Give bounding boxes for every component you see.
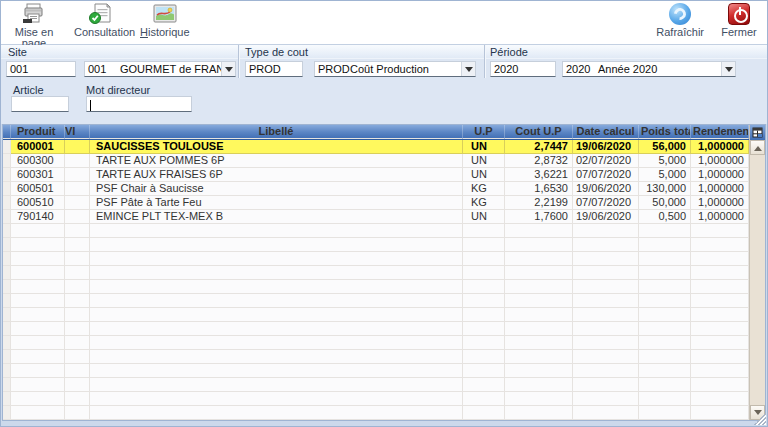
- cell-poids[interactable]: 56,000: [639, 140, 691, 154]
- chevron-down-icon[interactable]: [721, 62, 735, 76]
- cell-rendement[interactable]: 1,000000: [691, 154, 749, 168]
- empty-cell: [90, 392, 463, 406]
- scrollbar-track[interactable]: [750, 140, 765, 420]
- column-header-rendement[interactable]: Rendement: [691, 125, 749, 139]
- table-row[interactable]: 600001SAUCISSES TOULOUSEUN2,744719/06/20…: [3, 140, 749, 154]
- cost-type-code-input[interactable]: PROD: [245, 61, 303, 77]
- column-settings-icon[interactable]: [750, 125, 765, 140]
- cell-rendement[interactable]: 1,000000: [691, 140, 749, 154]
- cell-produit[interactable]: 600510: [11, 196, 65, 210]
- cell-libelle[interactable]: TARTE AUX POMMES 6P: [90, 154, 463, 168]
- article-input[interactable]: [11, 96, 69, 112]
- chevron-down-icon[interactable]: [461, 62, 475, 76]
- cell-vi[interactable]: [65, 182, 90, 196]
- table-row[interactable]: 600301TARTE AUX FRAISES 6PUN3,622107/07/…: [3, 168, 749, 182]
- cell-rendement[interactable]: 1,000000: [691, 196, 749, 210]
- cell-poids[interactable]: 5,000: [639, 154, 691, 168]
- cell-poids[interactable]: 0,500: [639, 210, 691, 224]
- refresh-label: Rafraîchir: [656, 27, 704, 38]
- resize-grip[interactable]: [754, 413, 766, 425]
- column-header-up[interactable]: U.P: [463, 125, 505, 139]
- scroll-up-button[interactable]: [750, 140, 765, 155]
- row-margin-cell[interactable]: [3, 154, 11, 168]
- cell-rendement[interactable]: 1,000000: [691, 168, 749, 182]
- empty-cell: [573, 238, 639, 252]
- cell-date[interactable]: 02/07/2020: [573, 154, 639, 168]
- empty-cell: [639, 266, 691, 280]
- column-header-cout[interactable]: Cout U.P: [505, 125, 573, 139]
- cell-libelle[interactable]: EMINCE PLT TEX-MEX B: [90, 210, 463, 224]
- cell-cout[interactable]: 2,7447: [505, 140, 573, 154]
- period-code-value: 2020: [494, 63, 518, 75]
- history-button[interactable]: Historique: [138, 2, 192, 50]
- table-row[interactable]: 600501PSF Chair à SaucisseKG1,653019/06/…: [3, 182, 749, 196]
- cell-date[interactable]: 19/06/2020: [573, 182, 639, 196]
- cell-cout[interactable]: 2,8732: [505, 154, 573, 168]
- cell-up[interactable]: UN: [463, 210, 505, 224]
- cell-produit[interactable]: 600301: [11, 168, 65, 182]
- period-code-input[interactable]: 2020: [490, 61, 556, 77]
- row-margin-cell[interactable]: [3, 182, 11, 196]
- site-combo[interactable]: 001GOURMET de FRANCE: [84, 61, 236, 77]
- mot-directeur-input[interactable]: [86, 96, 192, 112]
- cell-rendement[interactable]: 1,000000: [691, 210, 749, 224]
- refresh-button[interactable]: Rafraîchir: [654, 2, 706, 39]
- period-combo[interactable]: 2020Année 2020: [562, 61, 736, 77]
- row-margin-cell[interactable]: [3, 210, 11, 224]
- empty-cell: [639, 392, 691, 406]
- cell-vi[interactable]: [65, 140, 90, 154]
- consultation-button[interactable]: Consultation: [72, 2, 128, 50]
- cell-date[interactable]: 19/06/2020: [573, 140, 639, 154]
- cell-cout[interactable]: 1,7600: [505, 210, 573, 224]
- cell-up[interactable]: UN: [463, 154, 505, 168]
- cell-libelle[interactable]: PSF Pâte à Tarte Feu: [90, 196, 463, 210]
- page-setup-button[interactable]: Mise en page: [6, 2, 62, 50]
- vertical-scrollbar[interactable]: [749, 125, 765, 420]
- cell-vi[interactable]: [65, 196, 90, 210]
- cell-rendement[interactable]: 1,000000: [691, 182, 749, 196]
- column-header-vi[interactable]: VI: [65, 125, 90, 139]
- cell-date[interactable]: 07/07/2020: [573, 196, 639, 210]
- cell-up[interactable]: KG: [463, 196, 505, 210]
- cell-produit[interactable]: 600001: [11, 140, 65, 154]
- cell-libelle[interactable]: PSF Chair à Saucisse: [90, 182, 463, 196]
- table-row[interactable]: 600300TARTE AUX POMMES 6PUN2,873202/07/2…: [3, 154, 749, 168]
- cost-type-combo[interactable]: PRODCoût Production: [314, 61, 476, 77]
- row-margin-cell[interactable]: [3, 168, 11, 182]
- cell-libelle[interactable]: TARTE AUX FRAISES 6P: [90, 168, 463, 182]
- cell-date[interactable]: 07/07/2020: [573, 168, 639, 182]
- cell-vi[interactable]: [65, 154, 90, 168]
- filter-band: Site Type de cout Période 001 001GOURMET…: [0, 45, 768, 124]
- row-margin-cell[interactable]: [3, 140, 11, 154]
- cell-produit[interactable]: 600300: [11, 154, 65, 168]
- table-row[interactable]: 790140EMINCE PLT TEX-MEX BUN1,760019/06/…: [3, 210, 749, 224]
- site-code-input[interactable]: 001: [6, 61, 76, 77]
- cell-vi[interactable]: [65, 210, 90, 224]
- chevron-down-icon[interactable]: [221, 62, 235, 76]
- cell-produit[interactable]: 790140: [11, 210, 65, 224]
- column-header-produit[interactable]: Produit: [11, 125, 65, 139]
- close-button[interactable]: Fermer: [716, 2, 762, 39]
- column-header-poids-total[interactable]: Poids total: [639, 125, 691, 139]
- cell-poids[interactable]: 50,000: [639, 196, 691, 210]
- column-header-libelle[interactable]: Libellé: [90, 125, 463, 139]
- cell-cout[interactable]: 2,2199: [505, 196, 573, 210]
- cell-date[interactable]: 19/06/2020: [573, 210, 639, 224]
- cell-poids[interactable]: 130,000: [639, 182, 691, 196]
- site-code-value: 001: [10, 63, 28, 75]
- cell-cout[interactable]: 1,6530: [505, 182, 573, 196]
- cell-libelle[interactable]: SAUCISSES TOULOUSE: [90, 140, 463, 154]
- table-row[interactable]: 600510PSF Pâte à Tarte FeuKG2,219907/07/…: [3, 196, 749, 210]
- cell-vi[interactable]: [65, 168, 90, 182]
- cell-up[interactable]: KG: [463, 182, 505, 196]
- column-header-date-calcul[interactable]: Date calcul: [573, 125, 639, 139]
- cell-produit[interactable]: 600501: [11, 182, 65, 196]
- cell-poids[interactable]: 5,000: [639, 168, 691, 182]
- row-margin-cell[interactable]: [3, 196, 11, 210]
- empty-cell: [90, 224, 463, 238]
- cell-up[interactable]: UN: [463, 140, 505, 154]
- empty-cell: [65, 252, 90, 266]
- cell-cout[interactable]: 3,6221: [505, 168, 573, 182]
- cell-up[interactable]: UN: [463, 168, 505, 182]
- empty-cell: [505, 238, 573, 252]
